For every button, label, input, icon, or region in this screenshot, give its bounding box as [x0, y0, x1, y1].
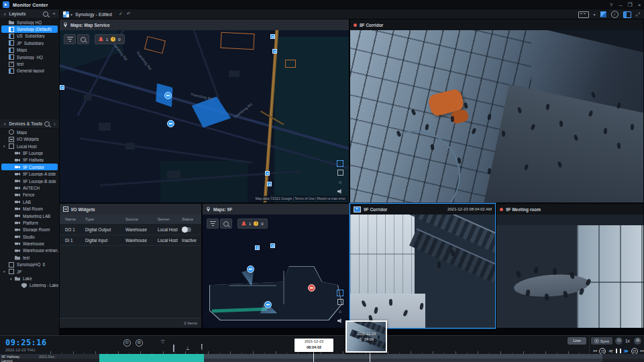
sidebar-item-device[interactable]: 9F Lounge-B side — [0, 178, 59, 184]
map-search-button[interactable] — [77, 34, 89, 44]
rewind-button[interactable]: ≪ — [608, 349, 613, 354]
map-frame-tool[interactable] — [337, 299, 343, 305]
camera-marker[interactable] — [167, 120, 174, 127]
camera-marker-small[interactable] — [272, 49, 277, 54]
map-home-button[interactable]: ⌂ — [337, 308, 343, 314]
map-frame-tool[interactable] — [337, 170, 343, 176]
sidebar-item-device[interactable]: 8F Lounge — [0, 149, 59, 156]
sidebar-item-device[interactable]: Warehouse — [0, 240, 59, 247]
io-table-row[interactable]: DO 1 Digital Output Warehouse Local Host — [60, 224, 201, 235]
cam-meeting-header[interactable]: 9F Meeting room — [496, 204, 643, 215]
map-9f-canvas[interactable]: 1 ! 0 ⌂ — [203, 215, 349, 328]
map-filter-button[interactable] — [207, 219, 219, 229]
camera-marker-small[interactable] — [60, 85, 64, 90]
devices-section-header[interactable]: ∧ Devices & Tools ↕ — [0, 119, 59, 129]
map-audio-button[interactable] — [337, 188, 343, 194]
collapse-icon[interactable]: ∧ — [3, 121, 6, 126]
sidebar-item-device[interactable]: ▾ Lake — [0, 275, 59, 282]
camera-feed-meeting[interactable] — [496, 215, 643, 328]
side-panel-icon[interactable] — [623, 11, 631, 18]
layouts-section-header[interactable]: ∧ Layouts + — [0, 9, 59, 19]
cam-9f-header[interactable]: 9F Corridor 2021-12-23 08:04:02 AM — [350, 204, 495, 215]
layout-grid-icon[interactable] — [63, 11, 69, 17]
map-9f-header[interactable]: Maps: 9F — [203, 204, 349, 215]
camera-marker[interactable] — [264, 301, 272, 308]
add-layout-icon[interactable]: + — [52, 11, 56, 17]
alert-camera-marker[interactable] — [308, 284, 315, 292]
restore-button[interactable]: ❐ — [625, 2, 635, 8]
camera-marker[interactable] — [164, 92, 172, 99]
sidebar-item-device[interactable]: I/O Widgets — [0, 136, 59, 143]
sidebar-item-device[interactable]: SynologyHQ_6 — [0, 261, 59, 268]
expand-caret-icon[interactable]: ▾ — [10, 277, 12, 281]
camera-marker-small[interactable] — [255, 245, 260, 250]
sidebar-item-device[interactable]: AVTECH — [0, 184, 59, 191]
map-attribution[interactable]: Map data ©2021 Google | Terms of Use | R… — [254, 196, 347, 201]
sidebar-item-layout[interactable]: General layout — [0, 68, 59, 74]
sidebar-item-device[interactable]: 9F Corridor — [1, 164, 58, 170]
map-service-canvas[interactable]: Yuandong Rd Yuandong Rd Yuandong Rd Yuan… — [60, 30, 349, 202]
alert-badges[interactable]: 1 ! 0 — [95, 34, 125, 44]
help-button[interactable]: ? — [606, 2, 616, 8]
camera-marker-small[interactable] — [270, 243, 275, 248]
live-button[interactable]: Live — [568, 337, 586, 345]
camera-marker[interactable] — [247, 265, 254, 273]
table-menu-icon[interactable]: ⋮ — [201, 217, 201, 222]
timeline-filter-icon[interactable]: ▽ — [161, 339, 164, 345]
speed-down-button[interactable]: ⊖ — [615, 337, 623, 345]
skip-back-15-button[interactable]: 15 — [599, 348, 606, 355]
fullscreen-icon[interactable]: ⤢ — [636, 11, 640, 18]
map-home-button[interactable]: ⌂ — [337, 179, 343, 185]
sidebar-item-device[interactable]: test — [0, 254, 59, 261]
sidebar-item-device[interactable]: 9F Hallway — [0, 157, 59, 164]
sidebar-item-device[interactable]: ▾ JP — [0, 268, 59, 275]
speed-up-button[interactable]: ⊕ — [634, 337, 641, 345]
expand-caret-icon[interactable]: ▾ — [3, 269, 5, 274]
camera-feed-9f[interactable] — [350, 215, 495, 328]
search-icon[interactable] — [44, 121, 50, 127]
info-icon[interactable]: i — [611, 11, 619, 18]
next-event-button[interactable]: ↦ — [640, 349, 644, 354]
sidebar-item-device[interactable]: Studio — [0, 233, 59, 240]
panel-cam-meeting[interactable]: 9F Meeting room — [496, 203, 644, 328]
skip-forward-15-button[interactable]: 15 — [631, 348, 638, 355]
prev-event-button[interactable]: ↤ — [593, 349, 597, 354]
sidebar-item-device[interactable]: Warehouse entran... — [0, 247, 59, 254]
undo-icon[interactable]: ↶ — [127, 11, 131, 17]
camera-marker-small[interactable] — [267, 182, 272, 186]
map-select-tool[interactable] — [337, 160, 343, 166]
camera-marker-small[interactable] — [270, 34, 275, 39]
hotkey-panel-icon[interactable] — [578, 11, 589, 18]
camera-marker-small[interactable] — [265, 171, 270, 176]
sidebar-item-device[interactable]: Fence — [0, 192, 59, 198]
collapse-icon[interactable]: ∧ — [3, 11, 6, 16]
map-filter-button[interactable] — [64, 34, 76, 44]
map-audio-button[interactable] — [337, 318, 343, 324]
sidebar-item-layout[interactable]: US_Subsidiary — [0, 33, 59, 40]
dual-display-icon[interactable] — [600, 11, 606, 17]
timeline-row-layout[interactable] — [0, 359, 644, 362]
sidebar-item-device[interactable]: 9F Lounge-A side — [0, 170, 59, 177]
sidebar-item-layout[interactable]: JP_Subsidiary — [0, 40, 59, 46]
minimize-button[interactable]: – — [616, 2, 625, 8]
sidebar-item-layout[interactable]: Maps — [0, 47, 59, 54]
sync-toggle[interactable]: Sync — [591, 337, 612, 345]
io-widgets-header[interactable]: I/O Widgets — [60, 204, 201, 215]
sidebar-item-device[interactable]: Loitering - Lake — [0, 282, 59, 289]
sidebar-item-device[interactable]: Platform — [0, 219, 59, 226]
panel-cam-8f-corridor[interactable]: 8F Corridor — [350, 19, 644, 203]
expand-caret-icon[interactable]: ▾ — [3, 144, 5, 148]
sidebar-item-device[interactable]: Mail Room — [0, 205, 59, 212]
status-toggle[interactable] — [182, 227, 191, 232]
cam-8f-header[interactable]: 8F Corridor — [350, 19, 643, 30]
recording-segment[interactable] — [99, 359, 204, 362]
io-table-row[interactable]: DI 1 Digital Input Warehouse Local Host … — [60, 235, 201, 246]
sidebar-item-device[interactable]: Marketing LAB — [0, 213, 59, 219]
sidebar-item-device[interactable]: Storage Room — [0, 227, 59, 233]
search-icon[interactable] — [43, 11, 48, 17]
sort-icon[interactable]: ↕ — [54, 122, 56, 126]
pause-button[interactable] — [616, 349, 621, 353]
panel-cam-9f-corridor[interactable]: 9F Corridor 2021-12-23 08:04:02 AM — [350, 203, 496, 328]
fast-forward-button[interactable]: ≫ — [624, 349, 629, 354]
layout-caret-icon[interactable]: ▾ — [70, 12, 72, 17]
